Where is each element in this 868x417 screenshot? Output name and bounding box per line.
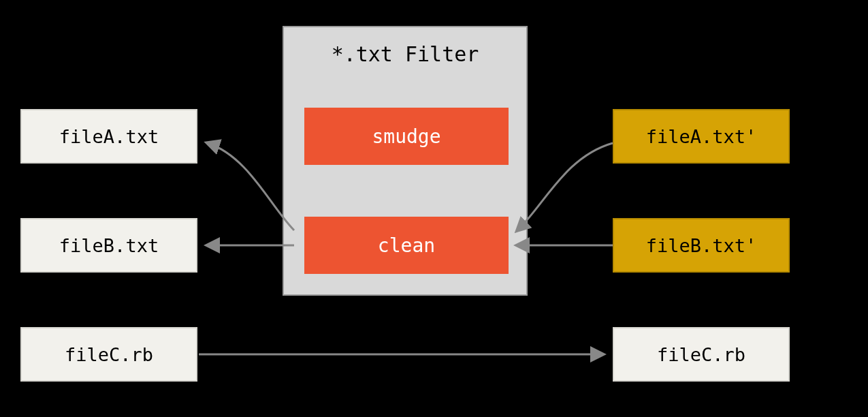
smudge-filter-box: smudge <box>304 108 509 165</box>
filter-panel-title: *.txt Filter <box>284 42 526 66</box>
staging-area-heading: Staging Area <box>20 40 168 63</box>
working-directory-heading: Working Directory <box>613 40 822 63</box>
staging-file-c: fileC.rb <box>20 327 197 382</box>
working-file-c: fileC.rb <box>613 327 790 382</box>
filter-panel: *.txt Filter smudge clean <box>283 26 528 296</box>
arrow-clean-to-staging-a <box>208 143 294 230</box>
clean-filter-box: clean <box>304 217 509 274</box>
arrow-working-a-to-clean <box>517 143 613 230</box>
staging-file-a: fileA.txt <box>20 109 197 164</box>
working-file-b: fileB.txt' <box>613 218 790 273</box>
working-file-a: fileA.txt' <box>613 109 790 164</box>
staging-file-b: fileB.txt <box>20 218 197 273</box>
